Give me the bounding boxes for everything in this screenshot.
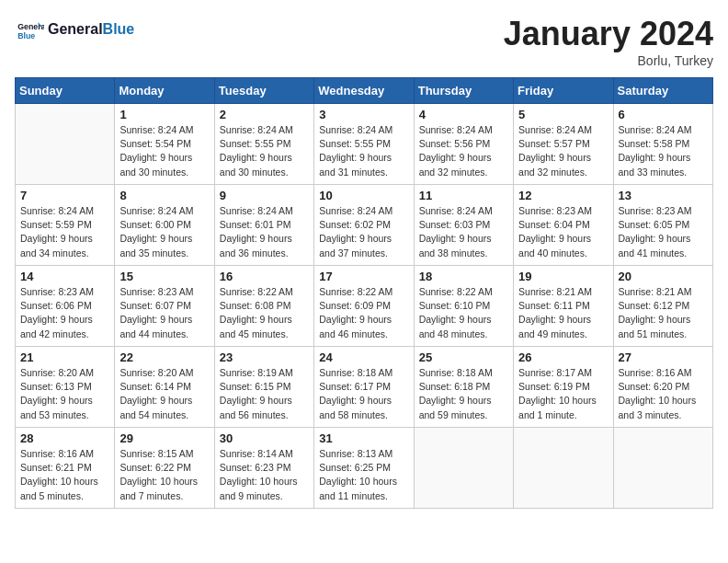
calendar-cell: 10Sunrise: 8:24 AMSunset: 6:02 PMDayligh… xyxy=(314,185,414,266)
day-number: 12 xyxy=(518,189,608,202)
day-info: Sunrise: 8:20 AMSunset: 6:14 PMDaylight:… xyxy=(119,366,209,422)
day-number: 18 xyxy=(419,270,508,283)
day-info: Sunrise: 8:22 AMSunset: 6:09 PMDaylight:… xyxy=(319,285,408,341)
day-number: 24 xyxy=(319,350,408,364)
calendar-cell: 1Sunrise: 8:24 AMSunset: 5:54 PMDaylight… xyxy=(115,104,214,185)
day-number: 2 xyxy=(220,108,309,121)
calendar-cell: 4Sunrise: 8:24 AMSunset: 5:56 PMDaylight… xyxy=(414,104,513,185)
calendar-cell: 27Sunrise: 8:16 AMSunset: 6:20 PMDayligh… xyxy=(613,347,712,428)
day-number: 13 xyxy=(619,189,708,202)
calendar-cell: 30Sunrise: 8:14 AMSunset: 6:23 PMDayligh… xyxy=(214,428,313,509)
day-number: 22 xyxy=(119,350,209,364)
day-info: Sunrise: 8:23 AMSunset: 6:07 PMDaylight:… xyxy=(119,285,209,341)
day-info: Sunrise: 8:18 AMSunset: 6:17 PMDaylight:… xyxy=(319,366,408,422)
day-info: Sunrise: 8:24 AMSunset: 5:55 PMDaylight:… xyxy=(220,123,309,179)
svg-text:Blue: Blue xyxy=(17,31,35,40)
day-info: Sunrise: 8:24 AMSunset: 6:02 PMDaylight:… xyxy=(319,204,408,260)
day-number: 25 xyxy=(419,350,508,364)
logo-blue: Blue xyxy=(103,21,135,37)
day-info: Sunrise: 8:24 AMSunset: 5:58 PMDaylight:… xyxy=(619,123,708,179)
day-info: Sunrise: 8:23 AMSunset: 6:06 PMDaylight:… xyxy=(20,285,109,341)
calendar-cell: 3Sunrise: 8:24 AMSunset: 5:55 PMDaylight… xyxy=(314,104,414,185)
calendar-cell: 19Sunrise: 8:21 AMSunset: 6:11 PMDayligh… xyxy=(514,266,613,347)
calendar-header-monday: Monday xyxy=(115,78,214,104)
day-number: 3 xyxy=(319,108,408,121)
calendar-cell xyxy=(613,428,712,509)
day-number: 7 xyxy=(20,189,109,202)
logo-icon: General Blue xyxy=(15,15,44,44)
day-number: 19 xyxy=(518,270,608,283)
day-number: 8 xyxy=(119,189,209,202)
calendar-cell: 13Sunrise: 8:23 AMSunset: 6:05 PMDayligh… xyxy=(613,185,712,266)
calendar-cell: 5Sunrise: 8:24 AMSunset: 5:57 PMDaylight… xyxy=(514,104,613,185)
day-number: 28 xyxy=(20,431,109,445)
day-info: Sunrise: 8:16 AMSunset: 6:21 PMDaylight:… xyxy=(20,447,109,503)
calendar-cell: 2Sunrise: 8:24 AMSunset: 5:55 PMDaylight… xyxy=(214,104,313,185)
day-info: Sunrise: 8:23 AMSunset: 6:05 PMDaylight:… xyxy=(619,204,708,260)
day-info: Sunrise: 8:24 AMSunset: 5:59 PMDaylight:… xyxy=(20,204,109,260)
calendar-week-4: 21Sunrise: 8:20 AMSunset: 6:13 PMDayligh… xyxy=(16,347,713,428)
calendar-cell: 9Sunrise: 8:24 AMSunset: 6:01 PMDaylight… xyxy=(214,185,313,266)
page-header: General Blue GeneralBlue January 2024 Bo… xyxy=(15,15,713,68)
calendar-cell: 23Sunrise: 8:19 AMSunset: 6:15 PMDayligh… xyxy=(214,347,313,428)
day-number: 26 xyxy=(518,350,608,364)
calendar-cell: 26Sunrise: 8:17 AMSunset: 6:19 PMDayligh… xyxy=(514,347,613,428)
calendar-cell: 8Sunrise: 8:24 AMSunset: 6:00 PMDaylight… xyxy=(115,185,214,266)
location: Borlu, Turkey xyxy=(504,53,713,68)
day-info: Sunrise: 8:24 AMSunset: 5:57 PMDaylight:… xyxy=(518,123,608,179)
calendar-header-sunday: Sunday xyxy=(16,78,115,104)
calendar-cell: 17Sunrise: 8:22 AMSunset: 6:09 PMDayligh… xyxy=(314,266,414,347)
calendar-cell: 28Sunrise: 8:16 AMSunset: 6:21 PMDayligh… xyxy=(16,428,115,509)
day-info: Sunrise: 8:13 AMSunset: 6:25 PMDaylight:… xyxy=(319,447,408,503)
svg-text:General: General xyxy=(17,22,44,31)
day-number: 31 xyxy=(319,431,408,445)
calendar-cell xyxy=(16,104,115,185)
day-info: Sunrise: 8:24 AMSunset: 6:00 PMDaylight:… xyxy=(119,204,209,260)
calendar-header-wednesday: Wednesday xyxy=(314,78,414,104)
day-info: Sunrise: 8:24 AMSunset: 5:55 PMDaylight:… xyxy=(319,123,408,179)
day-info: Sunrise: 8:21 AMSunset: 6:11 PMDaylight:… xyxy=(518,285,608,341)
day-number: 14 xyxy=(20,270,109,283)
day-info: Sunrise: 8:20 AMSunset: 6:13 PMDaylight:… xyxy=(20,366,109,422)
day-info: Sunrise: 8:21 AMSunset: 6:12 PMDaylight:… xyxy=(619,285,708,341)
day-info: Sunrise: 8:22 AMSunset: 6:10 PMDaylight:… xyxy=(419,285,508,341)
calendar-cell: 20Sunrise: 8:21 AMSunset: 6:12 PMDayligh… xyxy=(613,266,712,347)
day-info: Sunrise: 8:24 AMSunset: 5:54 PMDaylight:… xyxy=(119,123,209,179)
day-number: 27 xyxy=(619,350,708,364)
day-number: 4 xyxy=(419,108,508,121)
day-number: 20 xyxy=(619,270,708,283)
calendar-cell xyxy=(514,428,613,509)
day-number: 5 xyxy=(518,108,608,121)
day-info: Sunrise: 8:18 AMSunset: 6:18 PMDaylight:… xyxy=(419,366,508,422)
day-info: Sunrise: 8:19 AMSunset: 6:15 PMDaylight:… xyxy=(220,366,309,422)
day-number: 15 xyxy=(119,270,209,283)
calendar-header-tuesday: Tuesday xyxy=(214,78,313,104)
calendar-cell: 29Sunrise: 8:15 AMSunset: 6:22 PMDayligh… xyxy=(115,428,214,509)
calendar-cell: 24Sunrise: 8:18 AMSunset: 6:17 PMDayligh… xyxy=(314,347,414,428)
calendar-cell: 21Sunrise: 8:20 AMSunset: 6:13 PMDayligh… xyxy=(16,347,115,428)
calendar-cell: 22Sunrise: 8:20 AMSunset: 6:14 PMDayligh… xyxy=(115,347,214,428)
calendar-table: SundayMondayTuesdayWednesdayThursdayFrid… xyxy=(15,77,713,509)
title-block: January 2024 Borlu, Turkey xyxy=(504,15,713,68)
day-number: 17 xyxy=(319,270,408,283)
day-info: Sunrise: 8:14 AMSunset: 6:23 PMDaylight:… xyxy=(220,447,309,503)
logo-general: General xyxy=(48,21,103,37)
calendar-header-friday: Friday xyxy=(514,78,613,104)
day-number: 21 xyxy=(20,350,109,364)
day-number: 1 xyxy=(119,108,209,121)
day-number: 30 xyxy=(220,431,309,445)
calendar-cell: 31Sunrise: 8:13 AMSunset: 6:25 PMDayligh… xyxy=(314,428,414,509)
day-info: Sunrise: 8:17 AMSunset: 6:19 PMDaylight:… xyxy=(518,366,608,422)
calendar-week-2: 7Sunrise: 8:24 AMSunset: 5:59 PMDaylight… xyxy=(16,185,713,266)
day-info: Sunrise: 8:15 AMSunset: 6:22 PMDaylight:… xyxy=(119,447,209,503)
calendar-cell: 12Sunrise: 8:23 AMSunset: 6:04 PMDayligh… xyxy=(514,185,613,266)
day-info: Sunrise: 8:16 AMSunset: 6:20 PMDaylight:… xyxy=(619,366,708,422)
day-number: 10 xyxy=(319,189,408,202)
day-number: 6 xyxy=(619,108,708,121)
calendar-cell: 18Sunrise: 8:22 AMSunset: 6:10 PMDayligh… xyxy=(414,266,513,347)
day-number: 16 xyxy=(220,270,309,283)
day-info: Sunrise: 8:24 AMSunset: 6:01 PMDaylight:… xyxy=(220,204,309,260)
calendar-cell xyxy=(414,428,513,509)
day-number: 9 xyxy=(220,189,309,202)
logo: General Blue GeneralBlue xyxy=(15,15,134,44)
